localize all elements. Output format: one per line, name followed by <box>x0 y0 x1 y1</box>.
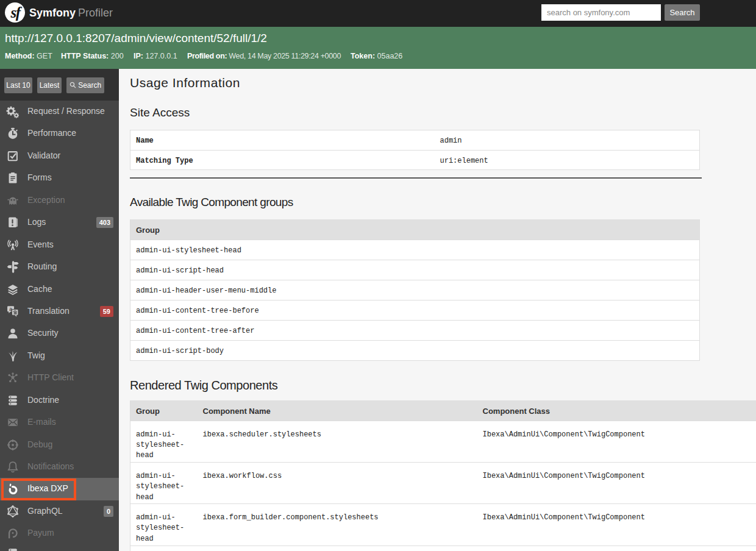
svg-text:sf: sf <box>10 4 22 21</box>
